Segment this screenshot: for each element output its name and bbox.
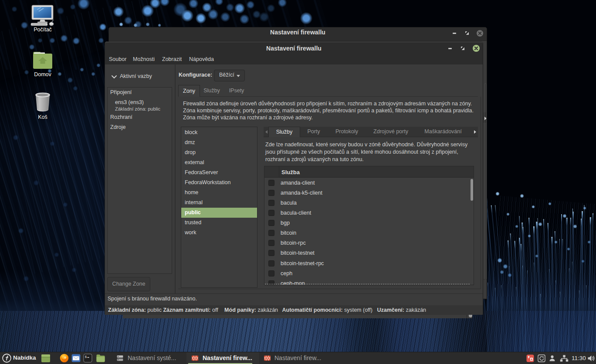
svg-text:$: $	[85, 355, 87, 358]
